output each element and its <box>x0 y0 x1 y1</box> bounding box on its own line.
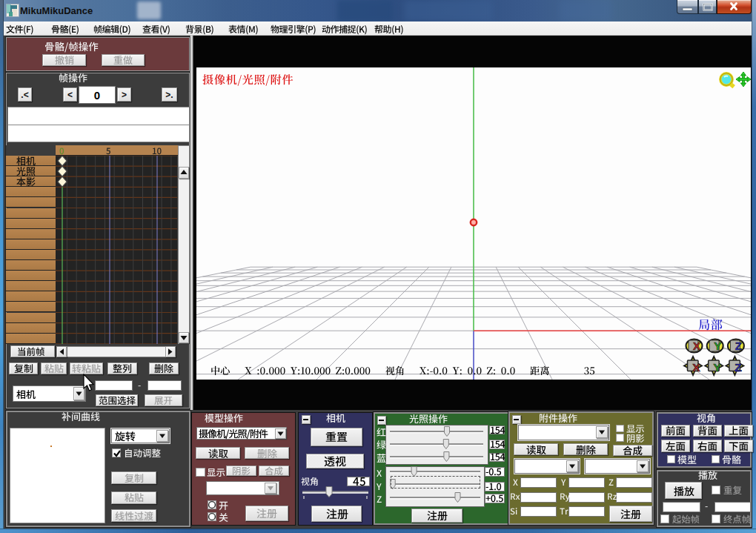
svg-text:Y: Y <box>714 361 722 374</box>
svg-text:Z: Z <box>735 340 742 352</box>
svg-text:Y: Y <box>714 340 721 352</box>
svg-text:Z: Z <box>735 361 742 374</box>
svg-text:X: X <box>692 361 700 374</box>
svg-text:X: X <box>693 340 700 352</box>
